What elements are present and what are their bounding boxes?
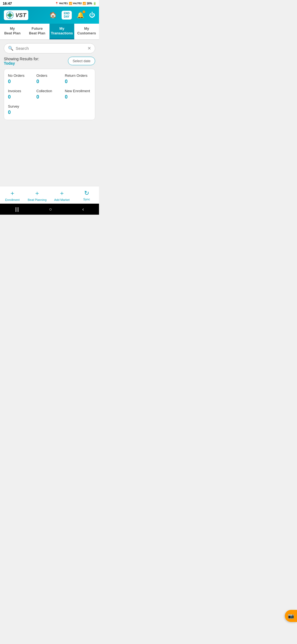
stat-collection: Collection 0	[36, 89, 62, 100]
survey-value: 0	[8, 110, 34, 115]
signal-icon2: 📶	[82, 2, 86, 5]
orders-label: Orders	[36, 73, 62, 78]
home-icon[interactable]: 🏠	[49, 12, 57, 19]
vst-logo-text: VST	[15, 12, 26, 18]
results-header: Showing Results for: Today Select date	[4, 57, 95, 66]
battery-icon: 🔋	[93, 2, 96, 5]
stat-survey: Survey 0	[8, 104, 34, 115]
power-icon[interactable]: ⏻	[89, 12, 95, 19]
bell-icon[interactable]: 🔔	[77, 12, 84, 19]
return-orders-label: Return Orders	[65, 73, 91, 78]
search-icon: 🔍	[8, 46, 13, 51]
status-time: 16:47	[3, 1, 12, 6]
nav-add-market[interactable]: ＋ Add Market	[50, 189, 74, 201]
main-content: 🔍 ✕ Showing Results for: Today Select da…	[0, 40, 99, 186]
status-icons: 📍 VoLTE1 📶 VoLTE2 📶 16% 🔋	[55, 2, 96, 5]
tab-future-beat-plan[interactable]: FutureBeat Plan	[25, 24, 50, 39]
header-action-icons: 🏠 ENDDAY 🔔 ⏻	[49, 11, 95, 20]
search-input[interactable]	[16, 46, 85, 51]
stat-no-orders: No Orders 0	[8, 73, 34, 84]
signal-icon1: 📶	[69, 2, 72, 5]
clear-search-icon[interactable]: ✕	[87, 46, 91, 51]
new-enrollment-value: 0	[65, 94, 91, 100]
tab-my-beat-plan[interactable]: MyBeat Plan	[0, 24, 25, 39]
no-orders-label: No Orders	[8, 73, 34, 78]
tab-bar: MyBeat Plan FutureBeat Plan MyTransactio…	[0, 24, 99, 40]
network-lte1: VoLTE1	[59, 2, 68, 5]
system-nav-bar: ||| ○ ‹	[0, 204, 99, 215]
stat-return-orders: Return Orders 0	[65, 73, 91, 84]
search-bar[interactable]: 🔍 ✕	[4, 43, 95, 53]
new-enrollment-label: New Enrollment	[65, 89, 91, 93]
results-date-label: Today	[4, 61, 39, 66]
empty-content-area	[4, 123, 95, 183]
bottom-nav: ＋ Enrollment ＋ Beat Planning ＋ Add Marke…	[0, 186, 99, 204]
stats-card: No Orders 0 Orders 0 Return Orders 0 Inv…	[4, 69, 95, 120]
stat-orders: Orders 0	[36, 73, 62, 84]
invoices-label: Invoices	[8, 89, 34, 93]
system-menu-button[interactable]: |||	[15, 206, 19, 212]
collection-label: Collection	[36, 89, 62, 93]
beat-planning-label: Beat Planning	[28, 198, 47, 201]
survey-label: Survey	[8, 104, 34, 108]
collection-value: 0	[36, 94, 62, 100]
location-icon: 📍	[55, 2, 58, 5]
vst-logo-icon	[6, 11, 14, 19]
logo-area: VST	[4, 10, 28, 20]
tab-my-customers[interactable]: MyCustomers	[74, 24, 99, 39]
return-orders-value: 0	[65, 79, 91, 84]
sync-icon: ↻	[84, 190, 89, 197]
network-lte2: VoLTE2	[73, 2, 82, 5]
beat-planning-plus-icon: ＋	[34, 189, 40, 197]
showing-results-label: Showing Results for:	[4, 57, 39, 61]
sync-label: Sync	[83, 198, 90, 201]
system-home-button[interactable]: ○	[49, 206, 52, 212]
orders-value: 0	[36, 79, 62, 84]
nav-sync[interactable]: ↻ Sync	[74, 190, 99, 201]
enrollment-label: Enrollment	[5, 198, 20, 201]
enrollment-plus-icon: ＋	[9, 189, 15, 197]
app-header: VST 🏠 ENDDAY 🔔 ⏻	[0, 7, 99, 24]
add-market-plus-icon: ＋	[59, 189, 65, 197]
battery-level: 16%	[87, 2, 92, 5]
add-market-label: Add Market	[54, 198, 70, 201]
nav-beat-planning[interactable]: ＋ Beat Planning	[25, 189, 50, 201]
bell-badge	[82, 10, 85, 13]
status-bar: 16:47 📍 VoLTE1 📶 VoLTE2 📶 16% 🔋	[0, 0, 99, 7]
tab-my-transactions[interactable]: MyTransactions	[50, 24, 74, 39]
results-label-area: Showing Results for: Today	[4, 57, 39, 66]
no-orders-value: 0	[8, 79, 34, 84]
invoices-value: 0	[8, 94, 34, 100]
system-back-button[interactable]: ‹	[82, 206, 84, 212]
nav-enrollment[interactable]: ＋ Enrollment	[0, 189, 25, 201]
end-day-button[interactable]: ENDDAY	[62, 11, 72, 20]
select-date-button[interactable]: Select date	[68, 57, 95, 65]
stat-invoices: Invoices 0	[8, 89, 34, 100]
stat-new-enrollment: New Enrollment 0	[65, 89, 91, 100]
